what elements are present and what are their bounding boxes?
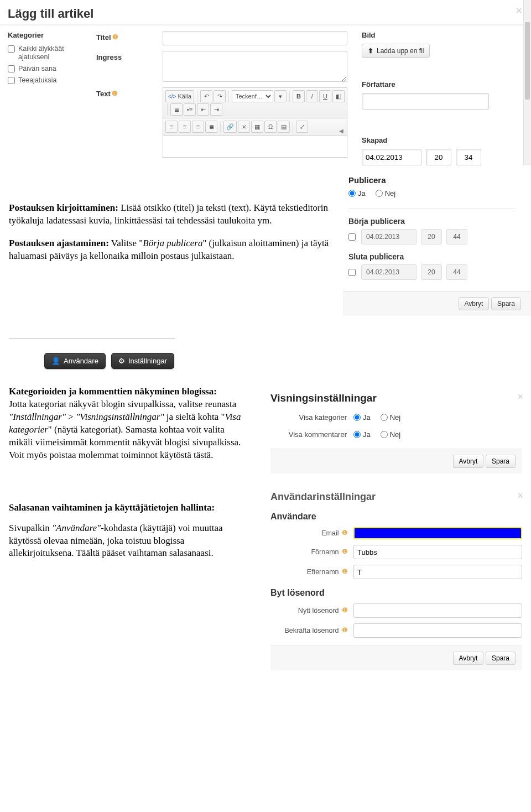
required-icon: ❶ [342, 529, 348, 537]
end-publish-checkbox[interactable] [348, 269, 356, 276]
required-icon: ❶ [342, 606, 348, 614]
title-input[interactable] [163, 31, 347, 45]
categories-column: Kategorier Kaikki älykkäät ajatukseni Pä… [8, 31, 96, 165]
redo-icon[interactable]: ↷ [214, 90, 226, 102]
dialog-header: Lägg till artikel × [0, 0, 531, 25]
font-dropdown-icon[interactable]: ▾ [274, 90, 287, 102]
category-item[interactable]: Kaikki älykkäät ajatukseni [8, 45, 96, 61]
start-minute[interactable]: 44 [446, 229, 467, 244]
editor-toolbar-2: ≡ ≡ ≡ ≣ 🔗 ⤫ ▦ Ω ▤ ⤢ ◀ [163, 118, 347, 136]
upload-button[interactable]: ⬆Ladda upp en fil [362, 44, 430, 58]
user-button[interactable]: 👤Användare [44, 353, 106, 369]
align-center-icon[interactable]: ≡ [179, 121, 191, 133]
underline-icon[interactable]: U [319, 90, 331, 102]
align-right-icon[interactable]: ≡ [192, 121, 204, 133]
email-field-redacted[interactable] [353, 527, 522, 539]
close-icon[interactable]: × [517, 391, 523, 403]
start-publish-checkbox[interactable] [348, 233, 356, 241]
user-settings-footer: Avbryt Spara [270, 646, 522, 670]
rich-text-editor: </> Källa ↶ ↷ Teckenf… ▾ B I U ◧ ≣ [163, 87, 347, 158]
cancel-button[interactable]: Avbryt [453, 652, 484, 665]
close-icon[interactable]: × [516, 4, 522, 17]
author-input[interactable] [362, 93, 489, 110]
firstname-label: Förnamn ❶ [270, 548, 353, 556]
category-item[interactable]: Teeajatuksia [8, 76, 96, 85]
cancel-button[interactable]: Avbryt [453, 455, 484, 468]
user-subheading: Användare [270, 512, 522, 522]
category-checkbox[interactable] [8, 65, 15, 72]
align-left-icon[interactable]: ≡ [165, 121, 178, 133]
category-checkbox[interactable] [8, 45, 15, 53]
color-icon[interactable]: ◧ [332, 90, 345, 102]
firstname-input[interactable] [353, 545, 522, 559]
show-comments-no[interactable]: Nej [381, 430, 401, 439]
start-hour[interactable]: 20 [421, 229, 442, 244]
categories-label: Kategorier [8, 31, 96, 39]
italic-icon[interactable]: I [306, 90, 318, 102]
created-date-input[interactable] [362, 149, 421, 165]
outdent-icon[interactable]: ⇤ [197, 103, 209, 116]
show-categories-yes[interactable]: Ja [353, 413, 371, 421]
image-icon[interactable]: ▦ [251, 121, 263, 133]
cancel-button[interactable]: Avbryt [459, 297, 490, 310]
new-password-label: Nytt lösenord ❶ [270, 607, 353, 615]
end-publish-label: Sluta publicera [348, 252, 514, 261]
numbered-list-icon[interactable]: ≣ [170, 103, 183, 116]
required-icon: ❶ [342, 626, 348, 634]
publish-no[interactable]: Nej [376, 189, 396, 197]
link-icon[interactable]: 🔗 [223, 121, 237, 133]
end-minute[interactable]: 44 [446, 264, 467, 280]
close-icon[interactable]: × [517, 490, 523, 502]
category-list: Kaikki älykkäät ajatukseni Päivän sana T… [8, 45, 96, 85]
omega-icon[interactable]: Ω [264, 121, 277, 133]
save-button[interactable]: Spara [486, 455, 516, 468]
confirm-password-label: Bekräfta lösenord ❶ [270, 627, 353, 634]
show-categories-no[interactable]: Nej [381, 413, 401, 421]
save-button[interactable]: Spara [491, 297, 521, 310]
dialog-scrollbar[interactable] [523, 0, 531, 165]
publish-yes[interactable]: Ja [348, 189, 366, 197]
undo-icon[interactable]: ↶ [200, 90, 212, 102]
created-minute-input[interactable] [456, 149, 481, 165]
instruction-paragraph-1: Postauksen kirjoittaminen: Lisää otsikko… [0, 202, 343, 263]
display-settings-footer: Avbryt Spara [270, 449, 522, 473]
unlink-icon[interactable]: ⤫ [238, 121, 250, 133]
end-date[interactable]: 04.02.2013 [361, 264, 417, 280]
lastname-input[interactable] [353, 565, 522, 579]
publish-heading: Publicera [348, 175, 514, 185]
user-settings-title: Användarinställningar [270, 491, 522, 503]
collapse-toolbar-icon[interactable]: ◀ [339, 128, 343, 134]
required-icon: ❶ [342, 548, 348, 555]
ingress-textarea[interactable] [163, 51, 347, 82]
dialog-title: Lägg till artikel [8, 7, 523, 21]
indent-icon[interactable]: ⇥ [210, 103, 222, 116]
font-select[interactable]: Teckenf… [232, 90, 273, 102]
gear-icon: ⚙ [118, 357, 125, 365]
settings-button[interactable]: ⚙Inställningar [111, 353, 174, 369]
category-item[interactable]: Päivän sana [8, 65, 96, 73]
bullet-list-icon[interactable]: •≡ [184, 103, 196, 116]
display-settings-panel: × Visningsinställningar Visa kategorier … [262, 386, 531, 473]
source-button[interactable]: </> Källa [165, 90, 194, 102]
user-settings-panel: × Användarinställningar Användare Email … [262, 483, 531, 670]
new-password-input[interactable] [353, 603, 522, 618]
bold-icon[interactable]: B [293, 90, 305, 102]
meta-column: Bild ⬆Ladda upp en fil Författare Skapad [356, 31, 489, 165]
created-fields [362, 149, 489, 165]
created-label: Skapad [362, 136, 489, 144]
start-date[interactable]: 04.02.2013 [361, 229, 417, 244]
password-subheading: Byt lösenord [270, 588, 522, 598]
editor-content[interactable] [163, 136, 347, 158]
end-hour[interactable]: 20 [421, 264, 442, 280]
show-comments-yes[interactable]: Ja [353, 430, 371, 439]
created-hour-input[interactable] [426, 149, 451, 165]
editor-toolbar-1: </> Källa ↶ ↷ Teckenf… ▾ B I U ◧ ≣ [163, 87, 347, 118]
confirm-password-input[interactable] [353, 623, 522, 638]
maximize-icon[interactable]: ⤢ [296, 121, 308, 133]
save-button[interactable]: Spara [486, 652, 516, 665]
user-icon: 👤 [51, 357, 60, 365]
align-justify-icon[interactable]: ≣ [205, 121, 217, 133]
email-label: Email ❶ [270, 529, 353, 537]
category-checkbox[interactable] [8, 77, 15, 84]
table-icon[interactable]: ▤ [278, 121, 290, 133]
